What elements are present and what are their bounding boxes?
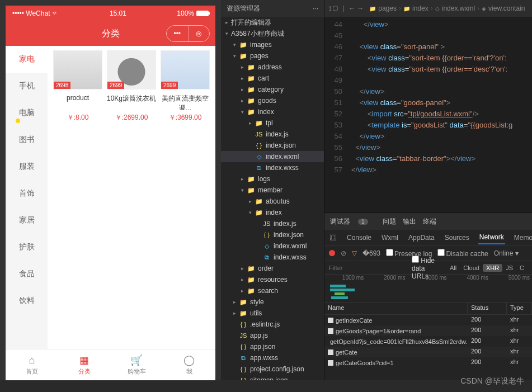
category-sidebar[interactable]: 家电手机电脑图书服装首饰家居护肤食品饮料 bbox=[6, 46, 48, 349]
filter-icon[interactable]: ▽ bbox=[352, 249, 357, 257]
tree-node[interactable]: ▸📁cart bbox=[221, 73, 324, 84]
network-row[interactable]: getCate200xhr bbox=[324, 347, 532, 357]
tree-node[interactable]: ◇index.wxml bbox=[221, 240, 324, 252]
category-item[interactable]: 护肤 bbox=[6, 234, 48, 261]
throttle-select[interactable]: Online ▾ bbox=[494, 249, 519, 257]
wifi-icon: ᯤ bbox=[52, 10, 59, 17]
explorer-more-icon[interactable]: ··· bbox=[313, 4, 318, 12]
category-item[interactable]: 家居 bbox=[6, 207, 48, 234]
tree-node[interactable]: ▸📁utils bbox=[221, 308, 324, 319]
tree-node[interactable]: ⧉app.wxss bbox=[221, 352, 324, 363]
tabbar-icon: ◯ bbox=[183, 354, 195, 366]
tree-node[interactable]: ▸📁tpl bbox=[221, 117, 324, 129]
tree-node[interactable]: { }sitemap.json bbox=[221, 375, 324, 380]
tree-node[interactable]: { }app.json bbox=[221, 341, 324, 352]
battery-icon bbox=[196, 11, 209, 16]
tree-node[interactable]: { }index.json bbox=[221, 229, 324, 240]
tabbar-icon: ▦ bbox=[78, 354, 91, 366]
tabbar[interactable]: ⌂首页▦分类🛒购物车◯我 bbox=[6, 349, 215, 380]
devtools-tab[interactable]: AppData bbox=[407, 232, 436, 244]
clear-icon[interactable]: ⊘ bbox=[341, 249, 346, 257]
tabbar-item[interactable]: ▦分类 bbox=[58, 350, 111, 380]
network-timeline[interactable]: 1000 ms2000 ms3000 ms4000 ms5000 ms bbox=[324, 275, 532, 303]
goods-card[interactable]: 2698product￥:8.00 bbox=[52, 50, 103, 122]
page-title: 分类 bbox=[102, 28, 120, 40]
tree-section[interactable]: ▾A3587小程序商城 bbox=[221, 28, 324, 39]
devtools-tab[interactable]: Console bbox=[346, 232, 373, 244]
capsule-menu-icon[interactable]: ••• bbox=[167, 26, 189, 41]
tabbar-icon: ⌂ bbox=[26, 354, 38, 366]
capsule-close-icon[interactable]: ◎ bbox=[189, 26, 210, 41]
category-item[interactable]: 饮料 bbox=[6, 287, 48, 314]
tabbar-item[interactable]: 🛒购物车 bbox=[111, 350, 163, 380]
network-filter-input[interactable] bbox=[329, 265, 406, 271]
tree-node[interactable]: { }index.json bbox=[221, 140, 324, 151]
category-item[interactable]: 首饰 bbox=[6, 180, 48, 207]
devtools-inspect-icon[interactable]: ⿴ bbox=[329, 232, 338, 244]
goods-card[interactable]: 269910Kg滚筒洗衣机￥:2699.00 bbox=[106, 50, 157, 122]
tree-node[interactable]: ▾📁member bbox=[221, 185, 324, 196]
capsule-button[interactable]: ••• ◎ bbox=[166, 25, 210, 42]
tree-node[interactable]: ▸📁search bbox=[221, 285, 324, 296]
watermark: CSDN @毕设老牛 bbox=[460, 376, 524, 386]
editor-panel: ⟟ ▢ ｜ ← → 📁 pages›📁 index›◇ index.wxml›◈… bbox=[324, 0, 532, 380]
tree-node[interactable]: { }project.config.json bbox=[221, 363, 324, 375]
devtools-tab[interactable]: Memory bbox=[513, 232, 532, 244]
explorer-title: 资源管理器 bbox=[227, 4, 260, 13]
editor-icon-bar[interactable]: ⟟ ▢ ｜ ← → bbox=[329, 4, 364, 13]
phone-navbar: 分类 ••• ◎ bbox=[6, 21, 215, 46]
tree-node[interactable]: ▸📁goods bbox=[221, 95, 324, 106]
explorer-panel[interactable]: 资源管理器 ··· ▸打开的编辑器 ▾A3587小程序商城 ▾📁images▾📁… bbox=[221, 0, 324, 380]
devtools-tab[interactable]: Sources bbox=[444, 232, 470, 244]
tree-node[interactable]: JSindex.js bbox=[221, 129, 324, 140]
tree-node[interactable]: ▸📁order bbox=[221, 263, 324, 274]
goods-card[interactable]: 2699美的直流变频空调...￥:3699.00 bbox=[159, 50, 211, 122]
clock: 15:01 bbox=[110, 10, 126, 17]
devtools-tab[interactable]: Wxml bbox=[380, 232, 399, 244]
network-row[interactable]: getIndexCate200xhr bbox=[324, 315, 532, 325]
tree-node[interactable]: ▾📁index bbox=[221, 106, 324, 117]
tree-node[interactable]: { }.eslintrc.js bbox=[221, 319, 324, 330]
code-editor[interactable]: ∨∨ 4445464748495051525354555657 </view> … bbox=[324, 17, 532, 212]
network-row[interactable]: getCateGoods?cid=1200xhr bbox=[324, 357, 532, 368]
tree-node[interactable]: ◇index.wxml bbox=[221, 151, 324, 162]
search-icon[interactable]: �693 bbox=[362, 249, 380, 257]
category-item[interactable]: 电脑 bbox=[6, 100, 48, 126]
tree-node[interactable]: ▸📁resources bbox=[221, 274, 324, 285]
phone-statusbar: ••••• WeChatᯤ 15:01 100% bbox=[6, 6, 215, 21]
tree-node[interactable]: ▸📁category bbox=[221, 84, 324, 95]
tree-node[interactable]: ▾📁images bbox=[221, 39, 324, 50]
tabbar-item[interactable]: ◯我 bbox=[163, 350, 215, 380]
gutter: 4445464748495051525354555657 bbox=[324, 17, 347, 212]
goods-grid[interactable]: 2698product￥:8.00269910Kg滚筒洗衣机￥:2699.002… bbox=[48, 46, 215, 349]
tree-section[interactable]: ▸打开的编辑器 bbox=[221, 17, 324, 28]
category-item[interactable]: 服装 bbox=[6, 153, 48, 180]
network-row[interactable]: getGoods?page=1&order=rand200xhr bbox=[324, 325, 532, 336]
tree-node[interactable]: ▾📁pages bbox=[221, 50, 324, 62]
tree-node[interactable]: ▾📁index bbox=[221, 207, 324, 218]
simulator-panel: ••••• WeChatᯤ 15:01 100% 分类 ••• ◎ 家电手机电脑… bbox=[0, 0, 221, 380]
tree-node[interactable]: ▸📁address bbox=[221, 62, 324, 73]
tree-node[interactable]: ⧉index.wxss bbox=[221, 162, 324, 173]
tree-node[interactable]: ▸📁logs bbox=[221, 173, 324, 185]
devtools-panel[interactable]: 调试器 1 问题输出终端 ⿴ ConsoleWxmlAppDataSources… bbox=[324, 212, 532, 380]
tree-node[interactable]: ▸📁aboutus bbox=[221, 196, 324, 207]
category-item[interactable]: 食品 bbox=[6, 261, 48, 287]
network-row[interactable]: getOpenId?js_code=001IcFll2huxv84BsSml2c… bbox=[324, 336, 532, 347]
record-icon[interactable] bbox=[329, 250, 335, 256]
devtools-tab[interactable]: Network bbox=[478, 231, 505, 244]
category-item[interactable]: 图书 bbox=[6, 126, 48, 153]
tree-node[interactable]: ⧉index.wxss bbox=[221, 252, 324, 263]
category-item[interactable]: 手机 bbox=[6, 73, 48, 100]
category-item[interactable]: 家电 bbox=[6, 46, 48, 73]
carrier: ••••• WeChat bbox=[12, 10, 50, 17]
tree-node[interactable]: JSindex.js bbox=[221, 218, 324, 229]
breadcrumb[interactable]: 📁 pages›📁 index›◇ index.wxml›◈ view.cont… bbox=[369, 4, 525, 12]
tabbar-icon: 🛒 bbox=[130, 354, 143, 366]
tree-node[interactable]: JSapp.js bbox=[221, 330, 324, 341]
tree-node[interactable]: ▸📁style bbox=[221, 296, 324, 308]
tabbar-item[interactable]: ⌂首页 bbox=[6, 350, 58, 380]
